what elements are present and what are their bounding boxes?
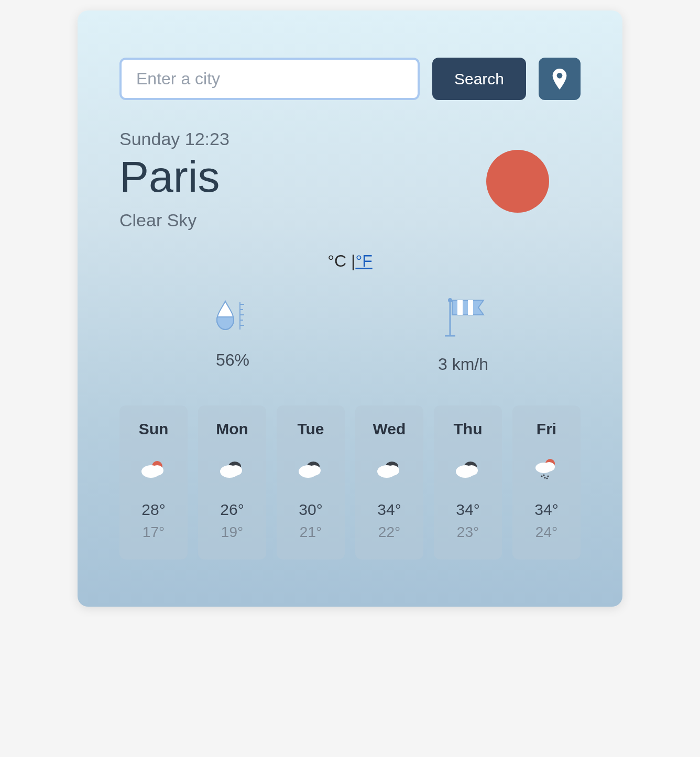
forecast-day-label: Wed: [373, 420, 406, 438]
current-weather: Sunday 12:23 Paris Clear Sky: [119, 129, 581, 231]
search-row: Search: [119, 58, 581, 100]
wind-icon: [440, 297, 487, 339]
forecast-card: Wed 34° 22°: [355, 405, 423, 559]
metrics-row: 56% 3 km/h: [119, 297, 581, 374]
svg-point-29: [543, 462, 555, 471]
search-button[interactable]: Search: [432, 58, 526, 100]
svg-rect-9: [457, 300, 463, 315]
city-name: Paris: [119, 152, 486, 201]
wind-value: 3 km/h: [438, 355, 488, 374]
cloudy-icon: [455, 459, 481, 480]
cloudy-icon: [219, 459, 245, 480]
forecast-card: Thu 34° 23°: [434, 405, 502, 559]
forecast-day-label: Thu: [454, 420, 483, 438]
rain-icon: [533, 459, 560, 480]
forecast-card: Tue 30° 21°: [277, 405, 345, 559]
forecast-high: 34°: [377, 501, 401, 519]
unit-celsius[interactable]: °C: [327, 251, 346, 270]
forecast-day-label: Tue: [297, 420, 324, 438]
svg-point-20: [308, 465, 321, 476]
forecast-card: Sun 28° 17°: [119, 405, 188, 559]
svg-rect-10: [468, 300, 473, 315]
forecast-low: 17°: [143, 524, 165, 541]
svg-point-30: [541, 476, 542, 477]
forecast-card: Fri 34° 24°: [512, 405, 581, 559]
forecast-high: 34°: [534, 501, 558, 519]
forecast-day-label: Mon: [216, 420, 248, 438]
unit-separator: |: [346, 251, 355, 270]
weather-card: Search Sunday 12:23 Paris Clear Sky °C |…: [78, 10, 622, 607]
forecast-high: 28°: [141, 501, 165, 519]
svg-point-17: [229, 465, 242, 476]
geolocate-button[interactable]: [539, 58, 581, 100]
forecast-low: 24°: [535, 524, 557, 541]
forecast-day-label: Sun: [139, 420, 169, 438]
svg-point-14: [151, 465, 163, 476]
forecast-high: 30°: [299, 501, 322, 519]
svg-point-33: [543, 475, 544, 476]
svg-point-0: [557, 73, 563, 79]
svg-point-32: [547, 476, 549, 477]
forecast-high: 34°: [456, 501, 479, 519]
humidity-value: 56%: [216, 350, 249, 370]
svg-point-11: [448, 298, 452, 302]
svg-point-34: [546, 478, 548, 479]
clear-day-icon: [486, 150, 549, 213]
unit-fahrenheit[interactable]: °F: [355, 251, 372, 270]
forecast-card: Mon 26° 19°: [198, 405, 266, 559]
forecast-row: Sun 28° 17° Mon 26° 19°: [119, 405, 581, 559]
forecast-day-label: Fri: [537, 420, 556, 438]
wind-metric: 3 km/h: [438, 297, 488, 374]
current-datetime: Sunday 12:23: [119, 129, 486, 149]
forecast-low: 22°: [378, 524, 400, 541]
svg-point-31: [544, 477, 545, 479]
forecast-high: 26°: [220, 501, 244, 519]
cloudy-icon: [298, 459, 324, 480]
partly-cloudy-icon: [140, 459, 167, 480]
cloudy-icon: [376, 459, 402, 480]
svg-point-26: [465, 465, 478, 476]
location-pin-icon: [551, 68, 568, 91]
forecast-low: 21°: [300, 524, 322, 541]
forecast-low: 19°: [221, 524, 243, 541]
weather-description: Clear Sky: [119, 210, 486, 231]
svg-point-23: [387, 465, 399, 476]
humidity-icon: [212, 297, 254, 335]
city-search-input[interactable]: [119, 58, 420, 100]
forecast-low: 23°: [457, 524, 479, 541]
unit-toggle: °C |°F: [119, 251, 581, 271]
humidity-metric: 56%: [212, 297, 254, 374]
